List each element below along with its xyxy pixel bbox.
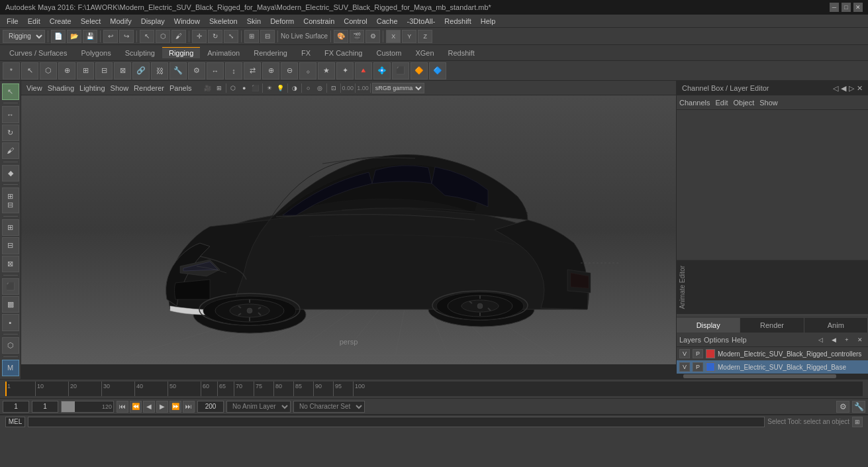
timeline-ruler[interactable]: 1 10 20 30 40 50 60 65 70 75 80 85 90 95… — [5, 382, 863, 396]
tb-grid[interactable]: ⊟ — [260, 30, 275, 43]
tb-lasso[interactable]: ⬡ — [156, 30, 170, 43]
layer-row-controllers[interactable]: V P Modern_Electric_SUV_Black_Rigged_con… — [677, 347, 868, 360]
tab-polygons[interactable]: Polygons — [74, 47, 117, 58]
tab-render[interactable]: Render — [740, 318, 804, 333]
maximize-button[interactable]: □ — [842, 3, 851, 12]
shelf-btn-7[interactable]: 🔗 — [132, 62, 150, 79]
select-tool-button[interactable]: ↖ — [2, 83, 19, 100]
shelf-btn-8[interactable]: ⛓ — [151, 62, 168, 79]
tb-render2[interactable]: 🎬 — [350, 30, 364, 43]
menu-display[interactable]: Display — [137, 16, 169, 26]
shelf-btn-19[interactable]: 🔺 — [355, 62, 372, 79]
layer-create-btn[interactable]: + — [842, 335, 852, 345]
anim-pref-btn[interactable]: 🔧 — [852, 401, 865, 413]
tab-redshift[interactable]: Redshift — [442, 47, 481, 58]
shelf-btn-4[interactable]: ⊞ — [77, 62, 94, 79]
tb-save[interactable]: 💾 — [83, 30, 97, 43]
lt-btn-11[interactable]: ⬡ — [2, 337, 19, 354]
status-btn-1[interactable]: ⊞ — [852, 417, 863, 427]
shading-menu[interactable]: Shading — [48, 84, 74, 92]
lt-btn-9[interactable]: ▩ — [2, 296, 19, 313]
close-button[interactable]: ✕ — [853, 3, 863, 12]
color-space-dropdown[interactable]: sRGB gamma — [372, 83, 424, 93]
layer-row-base[interactable]: V P Modern_Electric_SUV_Black_Rigged_Bas… — [677, 360, 868, 374]
lt-btn-4[interactable]: ⊞⊟ — [2, 187, 19, 213]
paint-tool-button[interactable]: 🖌 — [2, 142, 19, 159]
vp-btn-aa[interactable]: ◎ — [314, 83, 325, 93]
vp-btn-wire[interactable]: ⬡ — [228, 83, 238, 93]
lt-btn-7[interactable]: ⊠ — [2, 256, 19, 272]
menu-modify[interactable]: Modify — [106, 16, 135, 26]
shelf-btn-16[interactable]: ⬦ — [299, 62, 316, 79]
current-frame-input[interactable] — [32, 401, 58, 413]
character-set-dropdown[interactable]: No Character Set — [293, 401, 365, 413]
shelf-btn-23[interactable]: 🔷 — [429, 62, 446, 79]
vp-btn-hud[interactable]: ⊡ — [328, 83, 339, 93]
menu-file[interactable]: File — [3, 16, 23, 26]
lighting-menu[interactable]: Lighting — [79, 84, 105, 92]
tb-undo[interactable]: ↩ — [103, 30, 118, 43]
view-menu[interactable]: View — [26, 84, 42, 92]
lt-btn-10[interactable]: ▪ — [2, 314, 19, 331]
tb-render3[interactable]: ⚙ — [365, 30, 380, 43]
layer-left-btn[interactable]: ◁ — [815, 335, 826, 345]
shelf-btn-11[interactable]: ↔ — [207, 62, 224, 79]
channel-box-left-arrow[interactable]: ◁ — [833, 84, 838, 93]
layer-close-btn[interactable]: ✕ — [855, 335, 865, 345]
tb-select[interactable]: ↖ — [140, 30, 154, 43]
layer-v-btn-0[interactable]: V — [679, 349, 690, 358]
tab-curves-surfaces[interactable]: Curves / Surfaces — [3, 47, 73, 58]
shelf-btn-15[interactable]: ⊖ — [281, 62, 298, 79]
shelf-btn-17[interactable]: ★ — [318, 62, 335, 79]
menu-skin[interactable]: Skin — [243, 16, 265, 26]
object-menu[interactable]: Object — [733, 99, 754, 107]
shelf-btn-5[interactable]: ⊟ — [95, 62, 113, 79]
shelf-btn-21[interactable]: ⬛ — [392, 62, 409, 79]
pref-btn[interactable]: ⚙ — [836, 401, 849, 413]
shelf-btn-14[interactable]: ⊕ — [262, 62, 279, 79]
menu-cache[interactable]: Cache — [373, 16, 402, 26]
channel-box-right-arrow[interactable]: ◀ — [841, 84, 846, 93]
shelf-btn-1[interactable]: ↖ — [21, 62, 38, 79]
mel-label[interactable]: MEL — [5, 417, 25, 427]
anim-layer-dropdown[interactable]: No Anim Layer — [226, 401, 291, 413]
tb-open[interactable]: 📂 — [67, 30, 81, 43]
tab-animation[interactable]: Animation — [201, 47, 246, 58]
shelf-btn-0[interactable]: * — [3, 62, 20, 79]
tb-snap[interactable]: ⊞ — [244, 30, 259, 43]
start-frame-input[interactable] — [3, 401, 29, 413]
logo-button[interactable]: M — [2, 360, 19, 376]
tb-z[interactable]: Z — [418, 30, 432, 43]
shelf-btn-3[interactable]: ⊕ — [58, 62, 75, 79]
layer-p-btn-1[interactable]: P — [693, 362, 703, 372]
channel-scrollbar[interactable] — [677, 374, 868, 379]
vp-btn-smooth[interactable]: ● — [239, 83, 250, 93]
help-menu[interactable]: Help — [732, 336, 747, 344]
lt-btn-5[interactable]: ⊞ — [2, 219, 19, 236]
go-to-start-button[interactable]: ⏮ — [117, 401, 128, 413]
vp-btn-tex[interactable]: ⬛ — [250, 83, 261, 93]
tb-rotate[interactable]: ↻ — [208, 30, 222, 43]
tab-fx[interactable]: FX — [295, 47, 317, 58]
rotate-tool-button[interactable]: ↻ — [2, 125, 19, 141]
panels-menu[interactable]: Panels — [169, 84, 192, 92]
scroll-thumb[interactable] — [683, 374, 836, 378]
shelf-btn-10[interactable]: ⚙ — [188, 62, 205, 79]
tb-render1[interactable]: 🎨 — [334, 30, 348, 43]
vp-btn-ao[interactable]: ○ — [303, 83, 314, 93]
command-input[interactable] — [28, 417, 765, 427]
animate-editor-tab[interactable]: Animate Editor — [677, 260, 868, 315]
tb-scale[interactable]: ⤡ — [224, 30, 238, 43]
menu-redshift[interactable]: Redshift — [440, 16, 475, 26]
shelf-btn-18[interactable]: ✦ — [336, 62, 354, 79]
menu-3dtoall[interactable]: -3DtoAll- — [403, 16, 440, 26]
go-to-end-button[interactable]: ⏭ — [183, 401, 195, 413]
channel-box-close[interactable]: ✕ — [857, 84, 863, 93]
menu-skeleton[interactable]: Skeleton — [205, 16, 242, 26]
options-menu[interactable]: Options — [704, 336, 729, 344]
shelf-btn-2[interactable]: ⬡ — [40, 62, 57, 79]
shelf-btn-22[interactable]: 🔶 — [410, 62, 428, 79]
channel-box-expand[interactable]: ▷ — [849, 84, 854, 93]
menu-constrain[interactable]: Constrain — [299, 16, 338, 26]
channels-menu[interactable]: Channels — [679, 99, 710, 107]
